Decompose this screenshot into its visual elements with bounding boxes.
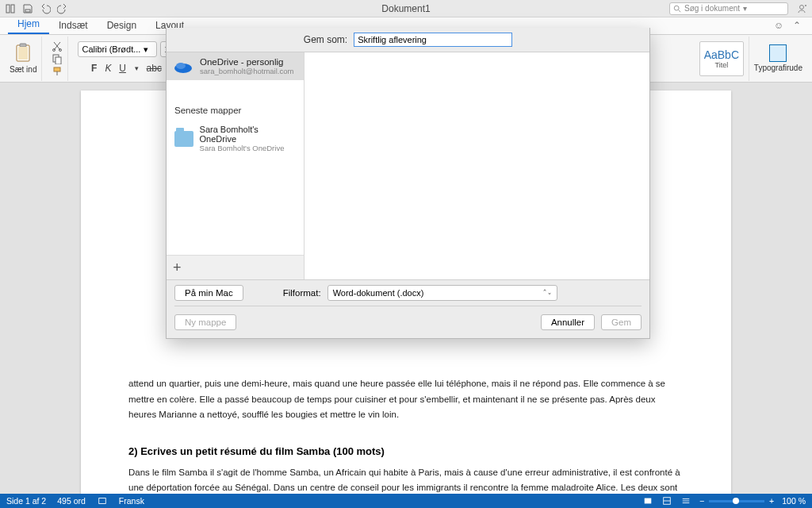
status-bar: Side 1 af 2 495 ord Fransk − + 100 % [0,494,812,508]
dialog-file-list [304,52,649,279]
zoom-in-button[interactable]: + [769,496,774,506]
clipboard-group: Sæt ind [5,37,42,81]
title-bar: Dokument1 Søg i dokument ▾ [0,0,812,17]
tab-home[interactable]: Hjem [8,15,49,34]
dialog-sidebar: OneDrive - personlig sara_bomholt@hotmai… [167,52,304,279]
add-place-button[interactable]: + [167,255,304,279]
save-icon[interactable] [22,3,33,14]
zoom-out-button[interactable]: − [699,496,704,506]
svg-rect-9 [20,44,26,47]
styles-pane-icon [769,44,787,62]
tab-design[interactable]: Design [98,17,146,34]
zoom-level[interactable]: 100 % [782,496,806,506]
fileformat-select[interactable]: Word-dokument (.docx) [327,285,557,301]
web-layout-icon[interactable] [680,495,691,506]
cut-copy-group [47,37,68,81]
strikethrough-button[interactable]: abc [147,63,162,74]
onedrive-icon [173,59,193,75]
save-dialog: Gem som: OneDrive - personlig sara_bomho… [166,28,650,339]
svg-rect-15 [54,67,60,71]
svg-rect-20 [645,498,652,504]
search-box[interactable]: Søg i dokument ▾ [669,2,788,15]
svg-point-5 [800,5,804,9]
font-name-select[interactable]: Calibri (Brødt...▾ [78,41,157,57]
smiley-icon[interactable]: ☺ [774,20,785,31]
tab-insert[interactable]: Indsæt [49,17,98,34]
styles-pane-button[interactable]: Typografirude [754,44,802,72]
underline-button[interactable]: U [118,63,128,74]
svg-rect-19 [99,498,106,504]
new-folder-button[interactable]: Ny mappe [174,314,236,330]
focus-mode-icon[interactable] [642,495,653,506]
copy-icon[interactable] [52,53,63,64]
svg-point-3 [674,6,679,10]
collapse-ribbon-icon[interactable]: ⌃ [793,20,804,31]
svg-rect-10 [18,47,28,60]
svg-rect-2 [25,10,30,12]
paragraph: Dans le film Samba il s'agit de l'homme … [128,465,684,494]
svg-point-18 [176,63,186,69]
svg-line-4 [679,10,681,12]
styles-pane-group: Typografirude [749,37,807,81]
zoom-track[interactable] [709,500,764,502]
svg-rect-0 [6,5,10,13]
style-title[interactable]: AaBbC Titel [699,41,744,76]
folder-icon [174,131,193,147]
language-indicator[interactable]: Fransk [119,496,144,506]
svg-rect-1 [11,5,14,13]
cut-icon[interactable] [52,40,63,52]
print-layout-icon[interactable] [661,495,672,506]
styles-group: AaBbC Titel [699,41,744,76]
redo-icon[interactable] [57,3,68,14]
format-painter-icon[interactable] [52,66,63,77]
on-my-mac-button[interactable]: På min Mac [174,285,243,301]
paste-button[interactable]: Sæt ind [10,43,36,74]
cancel-button[interactable]: Annuller [541,314,595,330]
save-button[interactable]: Gem [601,314,642,330]
word-count[interactable]: 495 ord [57,496,86,506]
bold-button[interactable]: F [90,63,99,74]
recent-folders-header: Seneste mapper [167,80,304,121]
spellcheck-icon[interactable] [97,495,108,506]
folder-item[interactable]: Sara Bomholt's OneDrive Sara Bomholt's O… [167,121,304,156]
page-indicator[interactable]: Side 1 af 2 [6,496,46,506]
tab-stops-icon[interactable] [5,3,16,14]
clipboard-icon [14,43,32,64]
svg-rect-14 [56,57,61,64]
save-as-label: Gem som: [304,34,347,45]
fileformat-label: Filformat: [283,288,321,298]
filename-input[interactable] [354,33,512,47]
zoom-slider[interactable]: − + [699,496,774,506]
search-icon [673,5,681,13]
italic-button[interactable]: K [104,63,113,74]
undo-icon[interactable] [40,3,51,14]
onedrive-location[interactable]: OneDrive - personlig sara_bomholt@hotmai… [167,52,304,80]
share-icon[interactable] [796,3,807,14]
heading: 2) Ecrives un petit résumé du film Samba… [128,445,684,457]
paragraph: attend un quartier, puis une demi-heure,… [128,376,684,423]
